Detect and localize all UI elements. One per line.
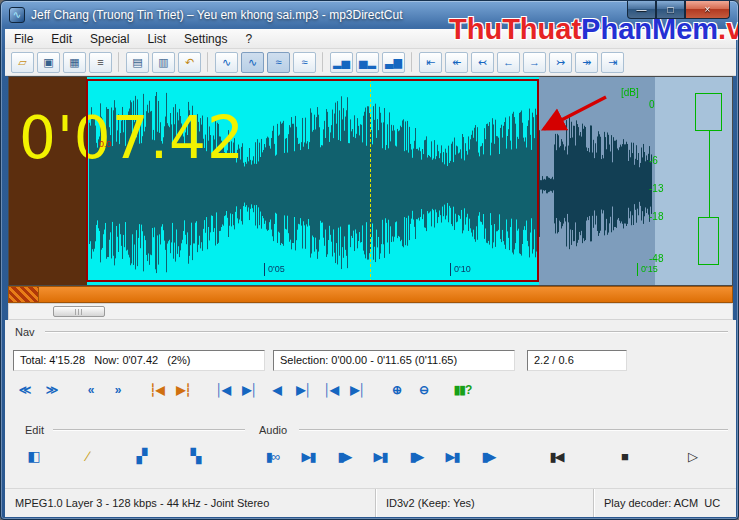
- app-window: ∿ Jeff Chang (Truong Tin Triet) – Yeu em…: [0, 0, 739, 520]
- zoom-in-button[interactable]: ⊕: [383, 378, 410, 402]
- separator: [65, 378, 77, 402]
- statusbar: MPEG1.0 Layer 3 - 128 kbps - 44 kHz - Jo…: [5, 488, 736, 517]
- app-icon: ∿: [9, 7, 25, 23]
- separator: [437, 378, 449, 402]
- nudge-right-button[interactable]: →: [523, 52, 546, 73]
- play-selection-button[interactable]: ▮▶: [473, 442, 503, 470]
- separator: [411, 52, 413, 72]
- preview-cut-button[interactable]: ▶▮: [437, 442, 467, 470]
- menu-item[interactable]: Edit: [42, 29, 81, 49]
- close-button[interactable]: ×: [685, 1, 730, 19]
- goto-sel-end-button[interactable]: ▶│: [236, 378, 263, 402]
- menu-item[interactable]: Special: [81, 29, 138, 49]
- separator: [713, 442, 739, 470]
- wave-view-1-button[interactable]: ∿: [241, 52, 264, 73]
- mark-begin-button[interactable]: ▞: [127, 442, 157, 470]
- audio-buttons: ▮∞▶▮▮▶▶▮▮▶▶▮▮▶▮◀■▷●: [257, 442, 739, 470]
- wave-zoom-in-button[interactable]: ≈: [293, 52, 316, 73]
- prev-cut-mark-button[interactable]: │◀: [317, 378, 344, 402]
- edit-group-label: Edit: [25, 424, 44, 436]
- separator: [509, 442, 535, 470]
- selection-border[interactable]: [86, 79, 539, 282]
- edit-divider: [53, 429, 245, 431]
- skip-to-start-button[interactable]: ▮◀: [541, 442, 571, 470]
- waveform-area: 0'07.42 0.0 0'050'100'15 [dB] 0-6-13-18-…: [8, 76, 733, 286]
- file-list-button[interactable]: ≡: [89, 52, 112, 73]
- maximize-button[interactable]: □: [656, 1, 685, 19]
- next-cut-button[interactable]: ↠: [575, 52, 598, 73]
- play-from-end-button[interactable]: ▶▮: [365, 442, 395, 470]
- selection-field: Selection: 0'00.00 - 0'11.65 (0'11.65): [273, 350, 515, 371]
- stop-button[interactable]: ■: [609, 442, 639, 470]
- nav-fast-rewind-button[interactable]: ≪: [11, 378, 38, 402]
- undo-button[interactable]: ↶: [178, 52, 201, 73]
- separator: [207, 52, 209, 72]
- edit-buttons: ◧∕▞▚: [19, 442, 211, 470]
- save-file-button[interactable]: ▣: [37, 52, 60, 73]
- save-selection-button[interactable]: ▦: [63, 52, 86, 73]
- level-meter-bottom-box: [698, 217, 719, 265]
- separator: [322, 52, 324, 72]
- minimize-button[interactable]: —: [627, 1, 656, 19]
- mark-end-button[interactable]: ▚: [181, 442, 211, 470]
- separator: [118, 52, 120, 72]
- audio-divider: [299, 429, 728, 431]
- vu-display-button[interactable]: ▃▆: [382, 52, 405, 73]
- menu-item[interactable]: List: [138, 29, 175, 49]
- nav-page-forward-button[interactable]: »: [104, 378, 131, 402]
- play-from-begin-button[interactable]: ▶▮: [293, 442, 323, 470]
- prev-cut-button[interactable]: ↞: [445, 52, 468, 73]
- menu-item[interactable]: Settings: [175, 29, 236, 49]
- db-tick: -18: [649, 211, 663, 222]
- pause-detection-button[interactable]: ▮▮?: [449, 378, 476, 402]
- pen-marker-button[interactable]: ∕: [73, 442, 103, 470]
- separator: [131, 378, 143, 402]
- goto-next-pause-button[interactable]: ▶┆: [170, 378, 197, 402]
- level-display-button[interactable]: ▅▂: [356, 52, 379, 73]
- gain-display-button[interactable]: ▂▅: [330, 52, 353, 73]
- next-mark-button[interactable]: ↣: [549, 52, 572, 73]
- wave-zoom-out-button[interactable]: ∿: [215, 52, 238, 73]
- time-tick: 0'15: [637, 263, 658, 276]
- goto-sel-start-button[interactable]: │◀: [209, 378, 236, 402]
- goto-start-button[interactable]: ⇤: [419, 52, 442, 73]
- zoom-out-button[interactable]: ⊖: [410, 378, 437, 402]
- nav-fast-forward-button[interactable]: ≫: [38, 378, 65, 402]
- prev-mark-button[interactable]: ↢: [471, 52, 494, 73]
- separator: [645, 442, 671, 470]
- edit-audio-panel: Edit ◧∕▞▚ Audio ▮∞▶▮▮▶▶▮▮▶▶▮▮▶▮◀■▷●: [5, 416, 736, 488]
- paste-button[interactable]: ▥: [152, 52, 175, 73]
- position-bar-hatch: [9, 287, 39, 302]
- step-back-button[interactable]: ◀: [263, 378, 290, 402]
- open-file-button[interactable]: ▱: [11, 52, 34, 73]
- menu-item[interactable]: File: [5, 29, 42, 49]
- loop-play-button[interactable]: ▮∞: [257, 442, 287, 470]
- play-to-begin-button[interactable]: ▮▶: [329, 442, 359, 470]
- play-button[interactable]: ▷: [677, 442, 707, 470]
- wave-view-2-button[interactable]: ≈: [267, 52, 290, 73]
- nav-divider: [45, 331, 728, 333]
- nav-group-label: Nav: [15, 326, 35, 338]
- status-id3: ID3v2 (Keep: Yes): [375, 489, 593, 517]
- menu-item[interactable]: ?: [236, 29, 261, 49]
- goto-end-button[interactable]: ⇥: [601, 52, 624, 73]
- step-forward-button[interactable]: ▶│: [290, 378, 317, 402]
- nudge-left-button[interactable]: ←: [497, 52, 520, 73]
- set-cut-begin-button[interactable]: ◧: [19, 442, 49, 470]
- level-meter-top-box: [695, 93, 722, 131]
- nav-buttons: ≪≫«»┆◀▶┆│◀▶│◀▶││◀▶│⊕⊖▮▮?: [11, 378, 476, 402]
- horizontal-scrollbar[interactable]: [8, 303, 733, 320]
- level-meter-line: [709, 131, 710, 217]
- goto-prev-pause-button[interactable]: ┆◀: [143, 378, 170, 402]
- separator: [197, 378, 209, 402]
- separator: [577, 442, 603, 470]
- position-bar[interactable]: [8, 286, 733, 303]
- annotation-arrow: [514, 83, 624, 143]
- copy-button[interactable]: ▤: [126, 52, 149, 73]
- next-cut-mark-button[interactable]: ▶│: [344, 378, 371, 402]
- play-to-end-button[interactable]: ▮▶: [401, 442, 431, 470]
- db-tick: -13: [649, 183, 663, 194]
- status-decoder: Play decoder: ACM UC: [593, 489, 736, 517]
- scrollbar-thumb[interactable]: [53, 306, 105, 317]
- nav-page-back-button[interactable]: «: [77, 378, 104, 402]
